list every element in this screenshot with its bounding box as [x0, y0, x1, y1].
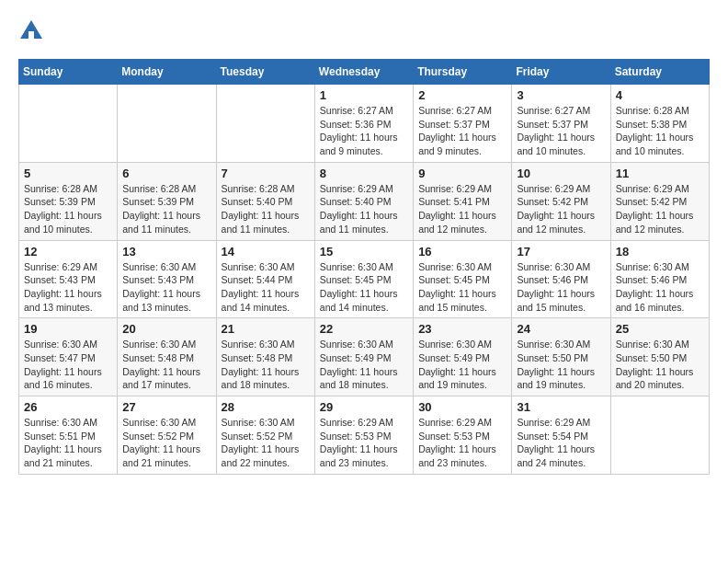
calendar-cell: 6Sunrise: 6:28 AM Sunset: 5:39 PM Daylig…: [118, 162, 216, 240]
calendar-cell: 12Sunrise: 6:29 AM Sunset: 5:43 PM Dayli…: [19, 240, 118, 318]
day-info: Sunrise: 6:30 AM Sunset: 5:45 PM Dayligh…: [418, 260, 506, 315]
calendar-cell: 23Sunrise: 6:30 AM Sunset: 5:49 PM Dayli…: [414, 318, 512, 396]
day-number: 3: [517, 88, 605, 102]
header-cell-monday: Monday: [118, 60, 216, 85]
day-info: Sunrise: 6:29 AM Sunset: 5:42 PM Dayligh…: [517, 182, 605, 236]
day-info: Sunrise: 6:30 AM Sunset: 5:46 PM Dayligh…: [616, 260, 704, 315]
day-info: Sunrise: 6:30 AM Sunset: 5:46 PM Dayligh…: [517, 260, 605, 315]
day-number: 2: [418, 88, 506, 102]
calendar-header: SundayMondayTuesdayWednesdayThursdayFrid…: [19, 60, 710, 85]
day-info: Sunrise: 6:30 AM Sunset: 5:43 PM Dayligh…: [122, 260, 210, 315]
day-info: Sunrise: 6:30 AM Sunset: 5:48 PM Dayligh…: [222, 338, 310, 392]
calendar-cell: 13Sunrise: 6:30 AM Sunset: 5:43 PM Dayli…: [118, 240, 216, 318]
day-info: Sunrise: 6:30 AM Sunset: 5:51 PM Dayligh…: [24, 416, 112, 470]
calendar-cell: [118, 85, 216, 163]
calendar-table: SundayMondayTuesdayWednesdayThursdayFrid…: [18, 59, 710, 475]
day-info: Sunrise: 6:30 AM Sunset: 5:44 PM Dayligh…: [222, 260, 310, 315]
day-number: 24: [517, 322, 605, 336]
calendar-cell: 19Sunrise: 6:30 AM Sunset: 5:47 PM Dayli…: [19, 318, 118, 396]
day-info: Sunrise: 6:28 AM Sunset: 5:40 PM Dayligh…: [222, 182, 310, 236]
day-number: 27: [122, 400, 210, 414]
day-info: Sunrise: 6:28 AM Sunset: 5:39 PM Dayligh…: [122, 182, 210, 236]
day-info: Sunrise: 6:27 AM Sunset: 5:36 PM Dayligh…: [320, 104, 408, 158]
day-info: Sunrise: 6:30 AM Sunset: 5:50 PM Dayligh…: [517, 338, 605, 392]
day-info: Sunrise: 6:28 AM Sunset: 5:39 PM Dayligh…: [24, 182, 112, 236]
day-info: Sunrise: 6:30 AM Sunset: 5:47 PM Dayligh…: [24, 338, 112, 392]
day-number: 26: [24, 400, 112, 414]
day-number: 25: [616, 322, 704, 336]
header-cell-thursday: Thursday: [414, 60, 512, 85]
day-info: Sunrise: 6:30 AM Sunset: 5:50 PM Dayligh…: [616, 338, 704, 392]
day-info: Sunrise: 6:29 AM Sunset: 5:53 PM Dayligh…: [320, 416, 408, 470]
day-info: Sunrise: 6:29 AM Sunset: 5:41 PM Dayligh…: [418, 182, 506, 236]
day-number: 9: [418, 167, 506, 180]
calendar-cell: 14Sunrise: 6:30 AM Sunset: 5:44 PM Dayli…: [216, 240, 314, 318]
day-number: 21: [222, 322, 310, 336]
day-number: 17: [517, 245, 605, 259]
calendar-cell: 2Sunrise: 6:27 AM Sunset: 5:37 PM Daylig…: [414, 85, 512, 163]
day-number: 5: [24, 167, 112, 180]
day-number: 31: [517, 400, 605, 414]
day-number: 30: [418, 400, 506, 414]
day-info: Sunrise: 6:29 AM Sunset: 5:43 PM Dayligh…: [24, 260, 112, 315]
calendar-cell: 21Sunrise: 6:30 AM Sunset: 5:48 PM Dayli…: [216, 318, 314, 396]
day-number: 1: [320, 88, 408, 102]
day-info: Sunrise: 6:28 AM Sunset: 5:38 PM Dayligh…: [616, 104, 704, 158]
day-info: Sunrise: 6:30 AM Sunset: 5:45 PM Dayligh…: [320, 260, 408, 315]
week-row-4: 26Sunrise: 6:30 AM Sunset: 5:51 PM Dayli…: [19, 396, 710, 475]
day-number: 22: [320, 322, 408, 336]
header-cell-wednesday: Wednesday: [314, 60, 413, 85]
header-cell-friday: Friday: [512, 60, 610, 85]
calendar-cell: 9Sunrise: 6:29 AM Sunset: 5:41 PM Daylig…: [414, 162, 512, 240]
day-info: Sunrise: 6:30 AM Sunset: 5:52 PM Dayligh…: [122, 416, 210, 470]
calendar-cell: 4Sunrise: 6:28 AM Sunset: 5:38 PM Daylig…: [610, 85, 709, 163]
calendar-cell: 24Sunrise: 6:30 AM Sunset: 5:50 PM Dayli…: [512, 318, 610, 396]
day-info: Sunrise: 6:30 AM Sunset: 5:49 PM Dayligh…: [418, 338, 506, 392]
calendar-cell: 29Sunrise: 6:29 AM Sunset: 5:53 PM Dayli…: [314, 396, 413, 475]
calendar-cell: 28Sunrise: 6:30 AM Sunset: 5:52 PM Dayli…: [216, 396, 314, 475]
calendar-cell: 20Sunrise: 6:30 AM Sunset: 5:48 PM Dayli…: [118, 318, 216, 396]
day-number: 8: [320, 167, 408, 180]
calendar-cell: 3Sunrise: 6:27 AM Sunset: 5:37 PM Daylig…: [512, 85, 610, 163]
calendar-cell: 11Sunrise: 6:29 AM Sunset: 5:42 PM Dayli…: [610, 162, 709, 240]
calendar-cell: 15Sunrise: 6:30 AM Sunset: 5:45 PM Dayli…: [314, 240, 413, 318]
logo: [18, 18, 48, 44]
calendar-cell: 17Sunrise: 6:30 AM Sunset: 5:46 PM Dayli…: [512, 240, 610, 318]
day-number: 10: [517, 167, 605, 180]
logo-icon: [18, 18, 44, 44]
day-info: Sunrise: 6:30 AM Sunset: 5:48 PM Dayligh…: [122, 338, 210, 392]
day-info: Sunrise: 6:29 AM Sunset: 5:40 PM Dayligh…: [320, 182, 408, 236]
calendar-cell: 30Sunrise: 6:29 AM Sunset: 5:53 PM Dayli…: [414, 396, 512, 475]
day-number: 15: [320, 245, 408, 259]
calendar-cell: 1Sunrise: 6:27 AM Sunset: 5:36 PM Daylig…: [314, 85, 413, 163]
day-number: 7: [222, 167, 310, 180]
calendar-cell: 16Sunrise: 6:30 AM Sunset: 5:45 PM Dayli…: [414, 240, 512, 318]
day-info: Sunrise: 6:30 AM Sunset: 5:49 PM Dayligh…: [320, 338, 408, 392]
calendar-cell: [610, 396, 709, 475]
header-row: SundayMondayTuesdayWednesdayThursdayFrid…: [19, 60, 710, 85]
svg-rect-1: [28, 31, 34, 39]
header-cell-saturday: Saturday: [610, 60, 709, 85]
day-number: 28: [222, 400, 310, 414]
day-number: 23: [418, 322, 506, 336]
week-row-3: 19Sunrise: 6:30 AM Sunset: 5:47 PM Dayli…: [19, 318, 710, 396]
day-number: 11: [616, 167, 704, 180]
day-number: 14: [222, 245, 310, 259]
header-cell-tuesday: Tuesday: [216, 60, 314, 85]
calendar-cell: 25Sunrise: 6:30 AM Sunset: 5:50 PM Dayli…: [610, 318, 709, 396]
day-number: 29: [320, 400, 408, 414]
page-header: [18, 18, 710, 44]
day-number: 19: [24, 322, 112, 336]
day-number: 4: [616, 88, 704, 102]
week-row-0: 1Sunrise: 6:27 AM Sunset: 5:36 PM Daylig…: [19, 85, 710, 163]
day-number: 6: [122, 167, 210, 180]
calendar-body: 1Sunrise: 6:27 AM Sunset: 5:36 PM Daylig…: [19, 85, 710, 475]
day-info: Sunrise: 6:27 AM Sunset: 5:37 PM Dayligh…: [517, 104, 605, 158]
calendar-cell: 5Sunrise: 6:28 AM Sunset: 5:39 PM Daylig…: [19, 162, 118, 240]
calendar-cell: 8Sunrise: 6:29 AM Sunset: 5:40 PM Daylig…: [314, 162, 413, 240]
week-row-2: 12Sunrise: 6:29 AM Sunset: 5:43 PM Dayli…: [19, 240, 710, 318]
day-info: Sunrise: 6:29 AM Sunset: 5:42 PM Dayligh…: [616, 182, 704, 236]
day-number: 16: [418, 245, 506, 259]
calendar-cell: 18Sunrise: 6:30 AM Sunset: 5:46 PM Dayli…: [610, 240, 709, 318]
day-info: Sunrise: 6:29 AM Sunset: 5:53 PM Dayligh…: [418, 416, 506, 470]
